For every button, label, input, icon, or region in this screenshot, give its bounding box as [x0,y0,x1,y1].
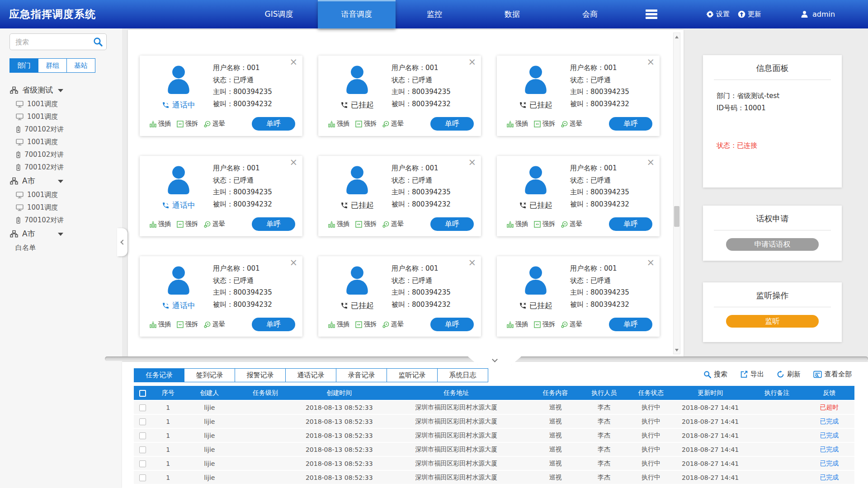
table-row[interactable]: 1 lijie 2018-08-13 08:52:33 深圳市福田区彩田村水源大… [134,471,854,484]
force-release-button[interactable]: 强拆 [355,120,377,128]
tab-system-log[interactable]: 系统日志 [438,368,488,382]
force-insert-button[interactable]: 强插 [328,320,349,328]
remote-stun-button[interactable]: 遥晕 [561,320,582,328]
scroll-down-button[interactable] [674,347,680,353]
nav-item-conference[interactable]: 会商 [551,0,629,28]
single-call-button[interactable]: 单呼 [430,217,474,231]
tree-group-city-a[interactable]: A市 [0,174,122,188]
refresh-button[interactable]: 刷新 [777,370,801,379]
sidebar-collapse-handle[interactable] [117,228,127,256]
remote-stun-button[interactable]: 遥晕 [204,220,225,228]
update-button[interactable]: 更新 [738,0,761,28]
close-icon[interactable]: × [468,57,476,67]
export-button[interactable]: 导出 [740,370,764,379]
single-call-button[interactable]: 单呼 [252,318,295,331]
single-call-button[interactable]: 单呼 [430,318,474,331]
chevron-down-icon[interactable] [58,233,63,236]
force-release-button[interactable]: 强拆 [177,220,198,228]
force-release-button[interactable]: 强拆 [534,320,555,328]
settings-button[interactable]: 设置 [706,0,730,28]
force-release-button[interactable]: 强拆 [355,220,377,228]
row-checkbox[interactable] [139,474,146,481]
table-row[interactable]: 1 lijie 2018-08-13 08:52:33 深圳市福田区彩田村水源大… [134,443,854,456]
single-call-button[interactable]: 单呼 [252,217,295,231]
tree-item-dispatch[interactable]: 1001调度 [0,98,122,110]
force-insert-button[interactable]: 强插 [328,220,349,228]
tab-call-records[interactable]: 通话记录 [286,368,336,382]
force-insert-button[interactable]: 强插 [150,320,171,328]
force-release-button[interactable]: 强拆 [177,320,198,328]
row-checkbox[interactable] [139,460,146,467]
force-release-button[interactable]: 强拆 [355,320,377,328]
tree-item-dispatch[interactable]: 1001调度 [0,188,122,201]
force-release-button[interactable]: 强拆 [177,120,198,128]
nav-item-voice-dispatch[interactable]: 语音调度 [318,0,396,28]
force-release-button[interactable]: 强拆 [534,120,555,128]
row-checkbox[interactable] [139,432,146,439]
select-all-checkbox[interactable] [139,390,146,397]
close-icon[interactable]: × [289,258,297,267]
force-insert-button[interactable]: 强插 [328,120,349,128]
close-icon[interactable]: × [646,158,655,167]
force-insert-button[interactable]: 强插 [507,320,528,328]
monitor-button[interactable]: 监听 [726,315,819,328]
tree-item-dispatch[interactable]: 1001调度 [0,110,122,123]
force-release-button[interactable]: 强拆 [534,220,555,228]
close-icon[interactable]: × [646,57,655,67]
tab-recording-records[interactable]: 录音记录 [336,368,387,382]
row-checkbox[interactable] [139,446,146,453]
scroll-up-button[interactable] [674,33,680,40]
table-row[interactable]: 1 lijie 2018-08-13 08:52:33 深圳市福田区彩田村水源大… [134,429,854,442]
close-icon[interactable]: × [468,258,476,267]
tab-department[interactable]: 部门 [10,59,38,72]
tree-item-dispatch[interactable]: 1001调度 [0,201,122,214]
tree-item-radio[interactable]: 700102对讲 [0,148,122,161]
single-call-button[interactable]: 单呼 [609,217,652,231]
single-call-button[interactable]: 单呼 [252,117,295,131]
tab-alarm-records[interactable]: 报警记录 [235,368,286,382]
single-call-button[interactable]: 单呼 [430,117,474,131]
search-records-button[interactable]: 搜索 [703,370,727,379]
tab-task-records[interactable]: 任务记录 [134,368,184,382]
tab-base-station[interactable]: 基站 [66,59,95,72]
tree-item-dispatch[interactable]: 1001调度 [0,136,122,148]
tab-group[interactable]: 群组 [38,59,66,72]
remote-stun-button[interactable]: 遥晕 [561,120,582,128]
nav-item-gis[interactable]: GIS调度 [240,0,318,28]
remote-stun-button[interactable]: 遥晕 [204,320,225,328]
tree-item-radio[interactable]: 700102对讲 [0,123,122,136]
chevron-down-icon[interactable] [58,180,63,183]
remote-stun-button[interactable]: 遥晕 [382,320,404,328]
tree-item-whitelist[interactable]: 白名单 [0,241,122,254]
menu-icon[interactable] [646,9,657,19]
vertical-scrollbar[interactable] [673,33,680,354]
close-icon[interactable]: × [289,158,297,167]
search-input[interactable] [9,33,107,50]
row-checkbox[interactable] [139,404,146,411]
tab-monitor-records[interactable]: 监听记录 [387,368,438,382]
remote-stun-button[interactable]: 遥晕 [382,220,404,228]
tree-item-radio[interactable]: 700102对讲 [0,214,122,226]
remote-stun-button[interactable]: 遥晕 [382,120,404,128]
force-insert-button[interactable]: 强插 [507,220,528,228]
close-icon[interactable]: × [289,57,297,67]
nav-item-data[interactable]: 数据 [473,0,551,28]
tree-item-radio[interactable]: 700102对讲 [0,161,122,174]
close-icon[interactable]: × [468,158,476,167]
request-talk-right-button[interactable]: 申请话语权 [726,238,819,251]
force-insert-button[interactable]: 强插 [150,220,171,228]
scrollbar-thumb[interactable] [674,206,679,227]
view-all-button[interactable]: 查看全部 [813,370,852,379]
remote-stun-button[interactable]: 遥晕 [561,220,582,228]
close-icon[interactable]: × [646,258,655,267]
single-call-button[interactable]: 单呼 [609,318,652,331]
force-insert-button[interactable]: 强插 [507,120,528,128]
row-checkbox[interactable] [139,418,146,425]
single-call-button[interactable]: 单呼 [609,117,652,131]
force-insert-button[interactable]: 强插 [150,120,171,128]
nav-item-monitor[interactable]: 监控 [396,0,473,28]
user-menu[interactable]: admin [800,0,835,28]
table-row[interactable]: 1 lijie 2018-08-13 08:52:33 深圳市福田区彩田村水源大… [134,415,854,428]
search-icon[interactable] [93,37,103,47]
table-row[interactable]: 1 lijie 2018-08-13 08:52:33 深圳市福田区彩田村水源大… [134,401,854,414]
